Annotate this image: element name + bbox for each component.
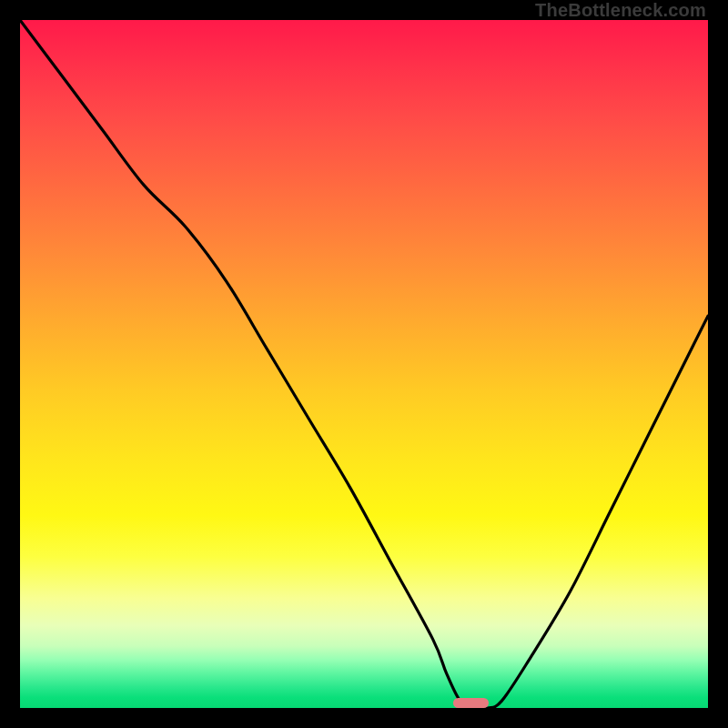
watermark-text: TheBottleneck.com [535,0,706,21]
chart-frame: TheBottleneck.com [0,0,728,728]
bottleneck-curve [20,20,708,708]
plot-area [20,20,708,708]
optimum-marker [453,698,489,708]
